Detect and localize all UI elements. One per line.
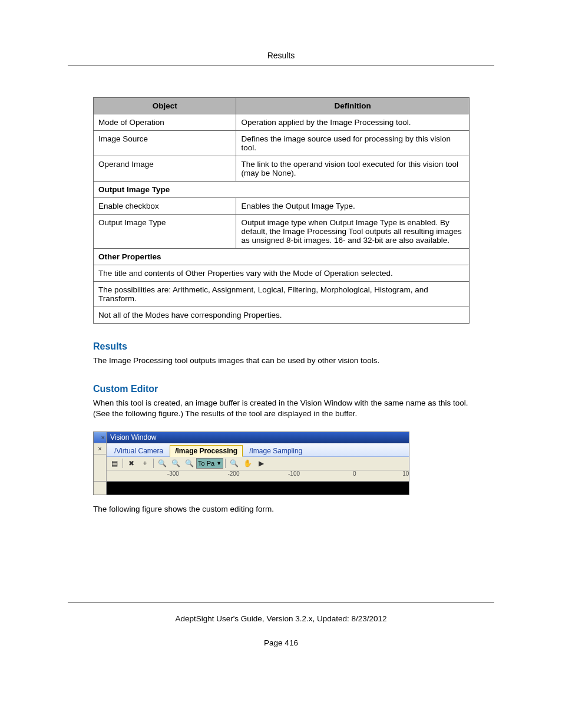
note-cell: Not all of the Modes have corresponding … (94, 307, 470, 324)
ruler-tick: 0 (353, 470, 356, 477)
cell-definition: Operation applied by the Image Processin… (236, 114, 470, 131)
close-icon[interactable]: × (94, 432, 106, 443)
pointer-icon[interactable]: ▶ (254, 457, 267, 469)
table-row: Mode of Operation Operation applied by t… (94, 114, 470, 131)
footer-rule (68, 602, 494, 602)
separator (153, 459, 154, 468)
footer-line: AdeptSight User's Guide, Version 3.2.x, … (0, 614, 562, 623)
zoom-icon[interactable]: 🔍 (227, 457, 240, 469)
th-definition: Definition (236, 98, 470, 114)
tab-image-processing[interactable]: /Image Processing (170, 445, 243, 457)
close-icon[interactable]: × (94, 443, 106, 454)
ruler-tick: 10 (402, 470, 409, 477)
tool-icon[interactable]: ▤ (108, 457, 121, 469)
cell-object: Output Image Type (94, 215, 236, 249)
zoom-combo[interactable]: To Pa ▼ (196, 458, 223, 469)
cell-definition: Defines the image source used for proces… (236, 131, 470, 156)
table-row: Enable checkbox Enables the Output Image… (94, 198, 470, 215)
ruler: -300-200-100010 (94, 470, 409, 482)
results-body: The Image Processing tool outputs images… (93, 355, 470, 366)
table-row: Image Source Defines the image source us… (94, 131, 470, 156)
note-cell: The title and contents of Other Properti… (94, 265, 470, 282)
vision-toolbar: ▤ ✖ + 🔍 🔍 🔍 To Pa ▼ 🔍 (107, 457, 409, 470)
canvas-area (94, 482, 409, 495)
cell-object: Mode of Operation (94, 114, 236, 131)
separator (225, 459, 226, 468)
cell-definition: The link to the operand vision tool exec… (236, 156, 470, 182)
table-section-row: Other Properties (94, 249, 470, 265)
chevron-down-icon: ▼ (216, 460, 222, 466)
table-note-row: The possibilities are: Arithmetic, Assig… (94, 282, 470, 307)
zoom-fit-icon[interactable]: 🔍 (183, 457, 196, 469)
page-number: Page 416 (0, 638, 562, 647)
table-row: Operand Image The link to the operand vi… (94, 156, 470, 182)
vision-window-tabs: /Virtual Camera /Image Processing /Image… (107, 443, 409, 457)
header-rule (68, 65, 494, 65)
results-heading: Results (93, 341, 470, 352)
separator (123, 459, 123, 468)
th-object: Object (94, 98, 236, 114)
definitions-table: Object Definition Mode of Operation Oper… (93, 97, 470, 324)
cell-object: Image Source (94, 131, 236, 156)
wrench-icon[interactable]: ✖ (125, 457, 138, 469)
hand-icon[interactable]: ✋ (241, 457, 254, 469)
zoom-in-icon[interactable]: 🔍 (156, 457, 168, 469)
table-row: Output Image Type Output image type when… (94, 215, 470, 249)
cell-definition: Enables the Output Image Type. (236, 198, 470, 215)
page-header-title: Results (267, 51, 295, 60)
custom-editor-body: When this tool is created, an image buff… (93, 398, 470, 419)
cell-object: Operand Image (94, 156, 236, 182)
ruler-tick: -300 (167, 470, 179, 477)
custom-editor-heading: Custom Editor (93, 384, 470, 394)
ruler-tick: -200 (227, 470, 239, 477)
ruler-tick: -100 (288, 470, 300, 477)
zoom-out-icon[interactable]: 🔍 (169, 457, 182, 469)
section-heading: Other Properties (94, 249, 470, 265)
table-note-row: Not all of the Modes have corresponding … (94, 307, 470, 324)
vision-window-figure: × × Vision Window /Virtual Camera /Image… (93, 431, 409, 495)
cell-object: Enable checkbox (94, 198, 236, 215)
note-cell: The possibilities are: Arithmetic, Assig… (94, 282, 470, 307)
cell-definition: Output image type when Output Image Type… (236, 215, 470, 249)
vision-window-title: Vision Window (107, 432, 409, 443)
plus-icon[interactable]: + (138, 457, 151, 469)
tab-image-sampling[interactable]: /Image Sampling (244, 445, 308, 456)
section-heading: Output Image Type (94, 182, 470, 198)
figure-caption: The following figure shows the custom ed… (93, 505, 470, 513)
tab-virtual-camera[interactable]: /Virtual Camera (109, 445, 168, 456)
table-section-row: Output Image Type (94, 182, 470, 198)
zoom-combo-label: To Pa (198, 460, 214, 467)
table-note-row: The title and contents of Other Properti… (94, 265, 470, 282)
